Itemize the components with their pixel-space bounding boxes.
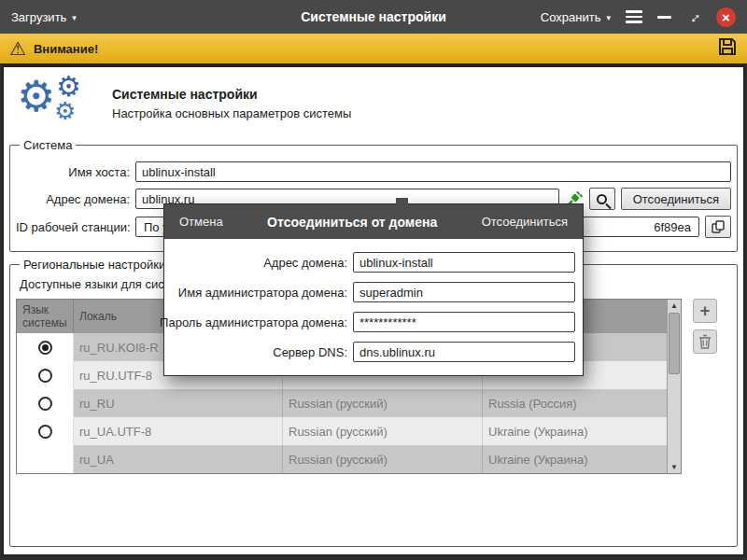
window-title: Системные настройки [301, 9, 446, 24]
scroll-up-icon[interactable]: ▲ [668, 300, 681, 312]
save-menu-label: Сохранить [541, 10, 601, 24]
close-icon: × [722, 10, 730, 24]
workstation-id-value-end: 6f89ea [654, 220, 691, 234]
warning-bar: ⚠ Внимание! [0, 34, 747, 65]
maximize-button[interactable]: ↔ [684, 7, 705, 28]
dialog-domain-field[interactable] [353, 252, 575, 273]
page-title: Системные настройки [112, 87, 351, 102]
copy-icon [711, 219, 726, 234]
load-menu-button[interactable]: Загрузить ▾ [11, 10, 77, 24]
dialog-domain-label: Адрес домена: [263, 256, 347, 270]
domain-label: Адрес домена: [16, 192, 130, 206]
radio-cell[interactable] [17, 361, 74, 389]
radio-cell[interactable] [17, 333, 74, 361]
country-cell: Ukraine (Украина) [483, 417, 667, 445]
country-cell: Ukraine (Украина) [483, 445, 667, 473]
warning-icon: ⚠ [9, 39, 26, 58]
save-file-button[interactable] [717, 36, 738, 61]
radio-button[interactable] [38, 397, 52, 411]
chevron-down-icon: ▾ [606, 13, 611, 22]
locale-cell: ru_UA.UTF-8 [74, 417, 283, 445]
gears-icon: ⚙ ⚙ ⚙ [17, 77, 99, 131]
delete-locale-button[interactable] [693, 329, 717, 354]
scroll-down-icon[interactable]: ▼ [668, 461, 681, 473]
dialog-body: Адрес домена: Имя администратора домена:… [164, 239, 583, 375]
gear-icon: ⚙ [17, 75, 55, 118]
table-scrollbar[interactable]: ▲ ▼ [667, 300, 681, 473]
radio-cell[interactable] [17, 417, 74, 445]
radio-cell[interactable] [17, 389, 74, 417]
regional-group-legend: Региональные настройки [20, 258, 169, 272]
dialog-admin-password-field[interactable] [353, 312, 575, 332]
chevron-down-icon: ▾ [72, 13, 77, 22]
save-menu-button[interactable]: Сохранить ▾ [541, 10, 611, 24]
language-cell: Russian (русский) [283, 445, 483, 473]
load-menu-label: Загрузить [11, 10, 66, 24]
menu-button[interactable] [626, 10, 642, 23]
search-domain-button[interactable] [589, 188, 615, 210]
dialog-dns-field[interactable] [353, 342, 575, 362]
dialog-title: Отсоединиться от домена [267, 215, 437, 230]
locale-cell: ru_RU [74, 389, 283, 417]
dialog-confirm-button[interactable]: Отсоединиться [482, 215, 568, 229]
search-icon [597, 194, 607, 204]
disconnect-button[interactable]: Отсоединиться [621, 188, 731, 210]
copy-id-button[interactable] [705, 216, 731, 238]
trash-icon [697, 333, 713, 350]
warning-text: Внимание! [34, 42, 98, 56]
language-cell: Russian (русский) [283, 417, 483, 445]
locale-cell: ru_UA [74, 445, 283, 473]
workstation-id-label: ID рабочей станции: [16, 220, 130, 234]
app-window: Загрузить ▾ Системные настройки Сохранит… [0, 0, 747, 560]
language-cell: Russian (русский) [283, 389, 483, 417]
dialog-dns-label: Сервер DNS: [273, 345, 347, 359]
minimize-button[interactable] [657, 16, 671, 19]
radio-button[interactable] [38, 425, 52, 439]
dialog-admin-name-label: Имя администратора домена: [178, 286, 347, 300]
scrollbar-thumb[interactable] [669, 313, 680, 374]
hostname-field[interactable] [135, 161, 731, 182]
radio-button[interactable] [38, 369, 52, 383]
dialog-notch [396, 198, 408, 204]
gear-icon: ⚙ [54, 99, 76, 123]
system-group-legend: Система [20, 138, 76, 152]
radio-button[interactable] [38, 341, 52, 355]
plus-icon: + [700, 302, 711, 319]
add-locale-button[interactable]: + [693, 299, 717, 323]
hostname-label: Имя хоста: [16, 165, 130, 179]
disconnect-dialog: Отмена Отсоединиться от домена Отсоедини… [163, 203, 584, 376]
dialog-admin-name-field[interactable] [353, 282, 575, 302]
floppy-icon [717, 36, 738, 57]
dialog-header: Отмена Отсоединиться от домена Отсоедини… [164, 204, 583, 239]
country-cell: Russia (Россия) [483, 389, 667, 417]
dialog-admin-password-label: Пароль администратора домена: [160, 315, 347, 329]
dialog-cancel-button[interactable]: Отмена [179, 215, 223, 229]
page-header: ⚙ ⚙ ⚙ Системные настройки Настройка осно… [4, 67, 743, 138]
radio-cell[interactable] [17, 445, 74, 473]
column-header-system-language: Язык системы [17, 300, 74, 333]
page-subtitle: Настройка основных параметров системы [112, 106, 351, 120]
close-button[interactable]: × [716, 7, 736, 27]
titlebar: Загрузить ▾ Системные настройки Сохранит… [0, 0, 747, 34]
